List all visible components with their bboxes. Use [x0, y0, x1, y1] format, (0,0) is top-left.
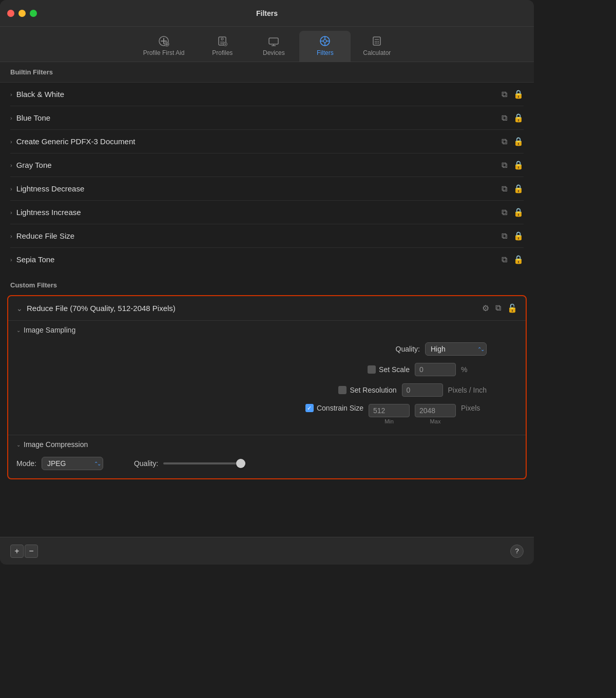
mode-label: Mode:	[16, 459, 36, 468]
profile-first-aid-icon	[158, 35, 170, 47]
svg-rect-15	[269, 38, 278, 44]
quality-row: Quality: High Low Medium Best	[16, 342, 517, 356]
lock-icon[interactable]: 🔒	[513, 231, 524, 241]
copy-icon[interactable]: ⧉	[495, 303, 501, 313]
chevron-right-icon: ›	[10, 233, 12, 239]
tab-calculator[interactable]: Calculator	[351, 31, 403, 62]
traffic-lights	[7, 10, 37, 17]
svg-point-30	[376, 43, 377, 44]
set-resolution-input[interactable]	[402, 383, 443, 397]
svg-point-29	[375, 43, 376, 44]
image-sampling-section: ⌄ Image Sampling Quality: High Low Mediu…	[8, 321, 526, 433]
fullscreen-button[interactable]	[30, 10, 37, 17]
lock-icon[interactable]: 🔒	[513, 89, 524, 99]
tab-profile-first-aid-label: Profile First Aid	[143, 49, 185, 56]
window-title: Filters	[256, 9, 278, 17]
filter-item-black-white[interactable]: › Black & White ⧉ 🔒	[10, 83, 524, 106]
set-resolution-checkbox-wrapper[interactable]: Set Resolution	[338, 386, 396, 394]
compression-quality-label: Quality:	[134, 459, 158, 468]
main-content: Builtin Filters › Black & White ⧉ 🔒 › Bl…	[0, 62, 534, 479]
copy-icon[interactable]: ⧉	[502, 231, 507, 241]
tab-devices[interactable]: Devices	[248, 31, 299, 62]
help-button[interactable]: ?	[510, 545, 524, 558]
chevron-right-icon: ›	[10, 91, 12, 98]
tab-filters-label: Filters	[317, 49, 334, 56]
lock-icon[interactable]: 🔒	[513, 137, 524, 146]
filter-item-create-generic[interactable]: › Create Generic PDFX-3 Document ⧉ 🔒	[10, 130, 524, 153]
compression-chevron-icon: ⌄	[16, 442, 21, 448]
image-compression-section: ⌄ Image Compression Mode: JPEG PNG LZW N…	[8, 435, 526, 478]
copy-icon[interactable]: ⧉	[502, 184, 507, 193]
tab-filters[interactable]: Filters	[299, 31, 351, 62]
custom-filter-header: ⌄ Reduce File (70% Quality, 512-2048 Pix…	[8, 296, 526, 321]
filter-item-gray-tone[interactable]: › Gray Tone ⧉ 🔒	[10, 153, 524, 177]
set-scale-row: Set Scale %	[16, 363, 517, 376]
constrain-min-group: Min	[369, 404, 410, 424]
chevron-right-icon: ›	[10, 115, 12, 121]
calculator-icon	[371, 35, 383, 47]
profiles-icon	[216, 35, 228, 47]
copy-icon[interactable]: ⧉	[502, 90, 507, 99]
image-sampling-header[interactable]: ⌄ Image Sampling	[16, 326, 517, 334]
tab-profile-first-aid[interactable]: Profile First Aid	[131, 31, 197, 62]
bottom-left-actions: + −	[10, 545, 38, 558]
constrain-min-input[interactable]	[369, 404, 410, 417]
quality-select[interactable]: High Low Medium Best	[425, 342, 487, 356]
set-resolution-checkbox[interactable]	[338, 386, 346, 394]
max-label: Max	[430, 418, 441, 424]
copy-icon[interactable]: ⧉	[502, 208, 507, 217]
svg-point-31	[378, 43, 379, 44]
sub-chevron-icon: ⌄	[16, 327, 21, 333]
builtin-filters-list: › Black & White ⧉ 🔒 › Blue Tone ⧉ 🔒 › Cr…	[0, 83, 534, 271]
svg-point-28	[378, 41, 379, 42]
set-resolution-row: Set Resolution Pixels / Inch	[16, 383, 517, 397]
constrain-size-label: Constrain Size	[317, 404, 363, 412]
devices-icon	[267, 35, 280, 47]
lock-icon[interactable]: 🔒	[513, 113, 524, 123]
copy-icon[interactable]: ⧉	[502, 137, 507, 146]
add-filter-button[interactable]: +	[10, 545, 24, 558]
set-scale-checkbox-wrapper[interactable]: Set Scale	[368, 365, 410, 374]
lock-icon[interactable]: 🔒	[513, 207, 524, 217]
chevron-right-icon: ›	[10, 257, 12, 263]
tab-profiles[interactable]: Profiles	[197, 31, 248, 62]
set-resolution-unit: Pixels / Inch	[448, 386, 487, 394]
quality-label: Quality:	[396, 345, 420, 353]
constrain-size-checkbox[interactable]: ✓	[305, 404, 314, 412]
tab-devices-label: Devices	[263, 49, 285, 56]
compression-row: Mode: JPEG PNG LZW None Quality:	[16, 457, 517, 470]
copy-icon[interactable]: ⧉	[502, 113, 507, 123]
lock-icon[interactable]: 🔒	[513, 160, 524, 170]
copy-icon[interactable]: ⧉	[502, 161, 507, 170]
filter-item-blue-tone[interactable]: › Blue Tone ⧉ 🔒	[10, 106, 524, 130]
remove-filter-button[interactable]: −	[25, 545, 38, 558]
filters-icon	[319, 35, 331, 47]
image-compression-header[interactable]: ⌄ Image Compression	[16, 440, 517, 449]
filter-item-lightness-increase[interactable]: › Lightness Increase ⧉ 🔒	[10, 201, 524, 224]
filter-item-reduce-file-size[interactable]: › Reduce File Size ⧉ 🔒	[10, 224, 524, 248]
unlock-icon[interactable]: 🔓	[507, 303, 517, 313]
chevron-right-icon: ›	[10, 209, 12, 216]
minimize-button[interactable]	[18, 10, 26, 17]
set-scale-checkbox[interactable]	[368, 365, 376, 374]
svg-point-27	[376, 41, 377, 42]
copy-icon[interactable]: ⧉	[502, 255, 507, 264]
close-button[interactable]	[7, 10, 14, 17]
chevron-right-icon: ›	[10, 139, 12, 145]
mode-select-wrapper[interactable]: JPEG PNG LZW None	[42, 457, 103, 470]
quality-slider-track[interactable]	[163, 462, 245, 464]
mode-select[interactable]: JPEG PNG LZW None	[42, 457, 103, 470]
expand-chevron-icon[interactable]: ⌄	[16, 304, 23, 313]
set-scale-input[interactable]	[415, 363, 456, 376]
lock-icon[interactable]: 🔒	[513, 255, 524, 264]
filter-item-lightness-decrease[interactable]: › Lightness Decrease ⧉ 🔒	[10, 177, 524, 201]
constrain-max-input[interactable]	[415, 404, 456, 417]
settings-icon[interactable]: ⚙	[482, 303, 489, 313]
quality-select-wrapper[interactable]: High Low Medium Best	[425, 342, 487, 356]
set-resolution-label: Set Resolution	[350, 386, 396, 394]
lock-icon[interactable]: 🔒	[513, 184, 524, 193]
tab-profiles-label: Profiles	[212, 49, 233, 56]
quality-slider-thumb[interactable]	[236, 459, 245, 468]
filter-item-sepia-tone[interactable]: › Sepia Tone ⧉ 🔒	[10, 248, 524, 271]
min-label: Min	[384, 418, 394, 424]
